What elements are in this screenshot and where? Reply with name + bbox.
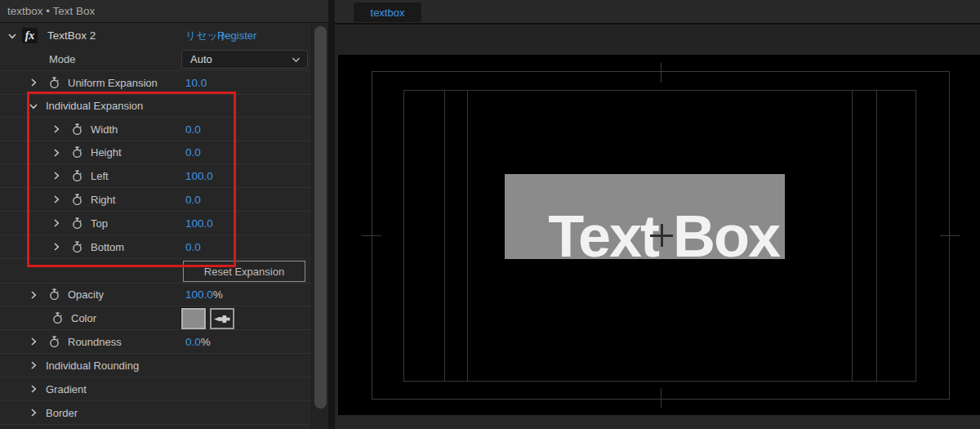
mode-value: Auto — [190, 53, 212, 65]
effect-name[interactable]: TextBox 2 — [47, 29, 96, 42]
chevron-right-icon[interactable] — [52, 195, 60, 203]
param-label: Color — [71, 312, 96, 324]
register-link[interactable]: Register — [217, 29, 256, 42]
panel-divider[interactable] — [328, 0, 335, 429]
composition-view[interactable]: Text Box — [338, 55, 980, 415]
textbox-layer[interactable]: Text Box — [505, 174, 785, 259]
param-value[interactable]: 0.0 — [185, 194, 201, 206]
param-label: Right — [91, 194, 115, 206]
chevron-right-icon[interactable] — [29, 409, 38, 417]
after-effects-window: textbox • Text Box fx TextBox 2 リセット Reg… — [0, 0, 980, 429]
effect-rows: fx TextBox 2 リセット Register Mode Auto — [0, 24, 311, 429]
param-label: Left — [91, 170, 109, 182]
row-height: Height 0.0 — [0, 141, 311, 163]
row-effect-title: fx TextBox 2 リセット Register — [0, 24, 311, 47]
row-gradient: Gradient — [0, 377, 311, 400]
chevron-right-icon[interactable] — [29, 361, 38, 369]
stopwatch-icon[interactable] — [71, 194, 83, 206]
param-label: Width — [91, 123, 118, 136]
row-uniform-expansion: Uniform Expansion 10.0 — [0, 70, 311, 94]
chevron-down-icon[interactable] — [29, 103, 38, 109]
chevron-right-icon[interactable] — [29, 291, 38, 299]
row-individual-rounding: Individual Rounding — [0, 353, 311, 377]
center-tick-left — [362, 235, 381, 236]
row-filler — [0, 424, 311, 429]
param-label: Roundness — [68, 336, 122, 348]
row-reset-expansion: Reset Expansion — [0, 258, 311, 283]
param-unit: % — [213, 288, 223, 301]
composition-viewer-panel: textbox Text Box — [335, 0, 980, 429]
group-label: Individual Rounding — [46, 360, 139, 372]
center-cut-guide-left-inner — [467, 90, 468, 382]
effect-controls-scrollbar — [311, 24, 328, 429]
viewer-bottom-margin — [335, 415, 980, 429]
chevron-down-icon[interactable] — [8, 33, 16, 39]
fx-icon: fx — [22, 28, 38, 43]
center-tick-right — [940, 235, 960, 236]
param-label: Bottom — [91, 241, 124, 253]
stopwatch-icon[interactable] — [71, 241, 83, 253]
param-label: Top — [91, 217, 108, 230]
stopwatch-icon[interactable] — [71, 123, 83, 136]
viewer-tab-bar: textbox — [335, 0, 980, 25]
chevron-right-icon[interactable] — [52, 149, 60, 157]
mode-dropdown[interactable]: Auto — [181, 50, 308, 69]
param-value[interactable]: 100.0 — [185, 217, 213, 230]
tab-textbox[interactable]: textbox — [354, 2, 421, 22]
anchor-cross-icon[interactable] — [650, 224, 673, 247]
row-mode: Mode Auto — [0, 47, 311, 70]
row-individual-expansion: Individual Expansion — [0, 94, 311, 117]
row-bottom: Bottom 0.0 — [0, 235, 311, 258]
param-label: Uniform Expansion — [68, 77, 158, 89]
row-border: Border — [0, 400, 311, 424]
chevron-right-icon[interactable] — [29, 385, 38, 393]
chevron-right-icon[interactable] — [29, 337, 38, 346]
param-unit: % — [201, 336, 211, 348]
row-width: Width 0.0 — [0, 117, 311, 141]
row-roundness: Roundness 0.0% — [0, 329, 311, 353]
row-left: Left 100.0 — [0, 163, 311, 187]
center-cut-guide-right-inner — [852, 90, 853, 382]
param-value[interactable]: 0.0 — [185, 241, 201, 253]
param-label: Height — [91, 146, 122, 159]
stopwatch-icon[interactable] — [48, 288, 60, 301]
reset-expansion-button[interactable]: Reset Expansion — [183, 261, 305, 282]
group-label: Gradient — [46, 383, 87, 395]
center-cut-guide-right-outer — [876, 90, 877, 382]
effect-controls-panel: textbox • Text Box fx TextBox 2 リセット Reg… — [0, 0, 328, 429]
chevron-down-icon — [292, 56, 301, 63]
chevron-right-icon[interactable] — [52, 125, 60, 133]
param-value[interactable]: 0.0 — [185, 146, 201, 159]
center-tick-top — [661, 63, 662, 83]
row-opacity: Opacity 100.0% — [0, 283, 311, 306]
scrollbar-thumb[interactable] — [314, 26, 327, 409]
row-top: Top 100.0 — [0, 211, 311, 235]
param-label: Opacity — [68, 288, 104, 301]
viewer-margin — [335, 26, 980, 55]
stopwatch-icon[interactable] — [71, 146, 83, 159]
stopwatch-icon[interactable] — [71, 217, 83, 230]
param-value[interactable]: 100.0 — [185, 170, 213, 182]
param-value[interactable]: 100.0% — [185, 288, 223, 301]
group-label: Border — [46, 407, 78, 419]
param-value[interactable]: 0.0 — [185, 123, 201, 136]
panel-title: textbox • Text Box — [7, 5, 95, 17]
row-right: Right 0.0 — [0, 187, 311, 211]
chevron-right-icon[interactable] — [52, 243, 60, 251]
stopwatch-icon[interactable] — [48, 77, 60, 89]
stopwatch-icon[interactable] — [51, 312, 64, 324]
color-swatch[interactable] — [181, 308, 206, 329]
eyedropper-icon[interactable] — [210, 308, 234, 329]
group-label: Individual Expansion — [46, 100, 143, 112]
mode-label: Mode — [49, 53, 76, 65]
stopwatch-icon[interactable] — [48, 336, 60, 348]
row-color: Color — [0, 306, 311, 329]
param-value[interactable]: 0.0% — [185, 336, 211, 348]
chevron-right-icon[interactable] — [29, 78, 38, 87]
chevron-right-icon[interactable] — [52, 219, 60, 227]
effect-controls-header[interactable]: textbox • Text Box — [0, 0, 328, 23]
chevron-right-icon[interactable] — [52, 172, 60, 180]
center-tick-bottom — [661, 388, 662, 408]
param-value[interactable]: 10.0 — [185, 77, 207, 89]
stopwatch-icon[interactable] — [71, 170, 83, 182]
